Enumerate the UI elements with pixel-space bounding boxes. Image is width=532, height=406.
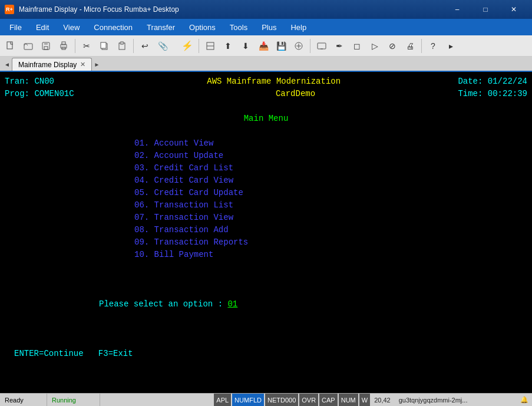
mainframe-display-tab[interactable]: Mainframe Display ✕ — [12, 58, 92, 71]
app-icon: R+ — [5, 5, 14, 14]
terminal-line: Prog: COMEN01CCardDemoTime: 00:22:39 — [5, 88, 527, 100]
maximize-button[interactable]: □ — [472, 2, 499, 17]
svg-rect-17 — [318, 43, 326, 49]
minimize-button[interactable]: – — [444, 2, 471, 17]
toolbar-open[interactable] — [20, 38, 37, 54]
menu-item-9: 09. Transaction Reports — [5, 236, 248, 249]
toolbar-print[interactable] — [55, 38, 72, 54]
toolbar-undo[interactable]: ↩ — [137, 38, 153, 54]
close-button[interactable]: ✕ — [500, 2, 527, 17]
menu-item-2: 02. Account Update — [5, 150, 223, 162]
menu-transfer[interactable]: Transfer — [140, 21, 182, 34]
status-cap: CAP — [319, 394, 338, 406]
toolbar-help[interactable]: ? — [425, 38, 441, 54]
terminal-line — [5, 311, 527, 323]
status-w: W — [359, 394, 370, 406]
status-num: NUM — [339, 394, 358, 406]
menu-view[interactable]: View — [56, 21, 87, 34]
status-numfld: NUMFLD — [232, 394, 264, 406]
header-title: AWS Mainframe Modernization — [54, 75, 458, 88]
svg-rect-0 — [7, 42, 12, 49]
prog-field: Prog: COMEN01C — [5, 88, 74, 100]
toolbar-cut[interactable]: ✂ — [78, 38, 95, 54]
prompt-value[interactable]: 01 — [227, 299, 237, 309]
footer-commands: ENTER=Continue F3=Exit — [5, 348, 133, 360]
menu-item-6: 06. Transaction List — [5, 199, 233, 212]
time-field: Time: 00:22:39 — [458, 88, 527, 100]
toolbar-new[interactable] — [2, 38, 19, 54]
tab-close-icon[interactable]: ✕ — [80, 61, 85, 68]
bell-icon[interactable]: 🔔 — [517, 396, 532, 404]
terminal-line — [5, 273, 527, 286]
header-carddemo: CardDemo — [74, 88, 458, 100]
tab-bar: ◄ Mainframe Display ✕ ► — [0, 57, 532, 72]
menu-plus[interactable]: Plus — [255, 21, 283, 34]
toolbar-record[interactable]: ◻ — [349, 38, 365, 54]
menu-title: Main Menu — [5, 113, 527, 125]
menu-help[interactable]: Help — [283, 21, 313, 34]
terminal-line: 08. Transaction Add — [5, 224, 527, 236]
menu-bar: File Edit View Connection Transfer Optio… — [0, 19, 532, 35]
tab-scroll-right[interactable]: ► — [92, 58, 101, 71]
terminal-line: 07. Transaction View — [5, 212, 527, 224]
toolbar-paste[interactable] — [114, 38, 130, 54]
menu-item-7: 07. Transaction View — [5, 212, 233, 224]
status-ovr: OVR — [299, 394, 318, 406]
svg-rect-4 — [44, 47, 48, 49]
terminal-line — [5, 125, 527, 137]
tab-scroll-left[interactable]: ◄ — [2, 58, 12, 71]
toolbar-print2[interactable]: 🖨 — [402, 38, 418, 54]
toolbar: ✂ ↩ 📎 ⚡ ⬆ ⬇ 📥 💾 ✒ ◻ ▷ ⊘ 🖨 ? ▸ — [0, 35, 532, 57]
menu-item-5: 05. Credit Card Update — [5, 187, 243, 199]
tab-label: Mainframe Display — [18, 61, 77, 69]
status-bar: Ready Running APL NUMFLD NETD000 OVR CAP… — [0, 393, 532, 406]
toolbar-send[interactable]: 💾 — [273, 38, 289, 54]
menu-item-4: 04. Credit Card View — [5, 174, 233, 187]
terminal-line: 03. Credit Card List — [5, 162, 527, 174]
menu-connection[interactable]: Connection — [87, 21, 140, 34]
toolbar-lightning[interactable]: ⚡ — [179, 38, 196, 54]
svg-rect-9 — [101, 42, 106, 48]
toolbar-play[interactable]: ▷ — [366, 38, 383, 54]
main-area: Tran: CN00AWS Mainframe ModernizationDat… — [0, 72, 532, 393]
terminal[interactable]: Tran: CN00AWS Mainframe ModernizationDat… — [0, 72, 532, 393]
terminal-line: Tran: CN00AWS Mainframe ModernizationDat… — [5, 75, 527, 88]
menu-options[interactable]: Options — [182, 21, 223, 34]
toolbar-host-print[interactable] — [202, 38, 219, 54]
status-ready: Ready — [0, 394, 47, 406]
terminal-line — [5, 261, 527, 273]
toolbar-macro[interactable]: ✒ — [331, 38, 348, 54]
terminal-line: 02. Account Update — [5, 150, 527, 162]
terminal-line: 01. Account View — [5, 137, 527, 150]
menu-item-3: 03. Credit Card List — [5, 162, 233, 174]
terminal-line — [5, 335, 527, 348]
terminal-line: 10. Bill Payment — [5, 249, 527, 261]
svg-rect-11 — [120, 42, 124, 44]
toolbar-down[interactable]: ⬇ — [237, 38, 254, 54]
menu-file[interactable]: File — [2, 21, 29, 34]
toolbar-receive[interactable]: 📥 — [255, 38, 272, 54]
terminal-line — [5, 286, 527, 298]
terminal-line: Please select an option : 01 — [5, 298, 527, 311]
toolbar-more[interactable]: ▸ — [442, 38, 459, 54]
toolbar-copy[interactable] — [96, 38, 113, 54]
menu-item-1: 01. Account View — [5, 137, 213, 150]
toolbar-attach[interactable]: 📎 — [154, 38, 171, 54]
toolbar-send2[interactable] — [290, 38, 307, 54]
terminal-line — [5, 323, 527, 335]
toolbar-save[interactable] — [38, 38, 54, 54]
date-field: Date: 01/22/24 — [458, 75, 527, 88]
title-bar: R+ Mainframe Display - Micro Focus Rumba… — [0, 0, 532, 19]
tran-field: Tran: CN00 — [5, 75, 54, 88]
toolbar-stop[interactable]: ⊘ — [384, 38, 401, 54]
status-netd: NETD000 — [265, 394, 298, 406]
terminal-line: ENTER=Continue F3=Exit — [5, 348, 527, 360]
terminal-line — [5, 100, 527, 113]
toolbar-up[interactable]: ⬆ — [220, 38, 236, 54]
terminal-line: 09. Transaction Reports — [5, 236, 527, 249]
terminal-line: Main Menu — [5, 113, 527, 125]
menu-tools[interactable]: Tools — [223, 21, 255, 34]
svg-rect-3 — [44, 42, 48, 45]
menu-edit[interactable]: Edit — [29, 21, 56, 34]
toolbar-screen[interactable] — [313, 38, 330, 54]
